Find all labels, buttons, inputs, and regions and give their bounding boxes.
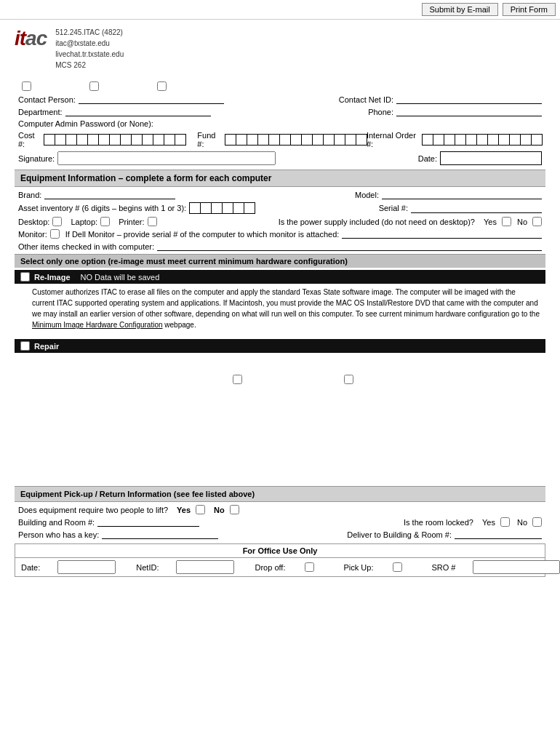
netid-office-input[interactable] (176, 560, 234, 574)
date-input[interactable] (440, 151, 542, 165)
fund-cell-4[interactable] (257, 134, 269, 146)
cost-cell-6[interactable] (98, 134, 110, 146)
cost-cell-12[interactable] (164, 134, 175, 146)
cost-cell-13[interactable] (175, 134, 186, 146)
yes-tp-checkbox[interactable] (196, 505, 205, 514)
brand-input[interactable] (44, 190, 175, 199)
model-input[interactable] (382, 190, 542, 199)
asset-grid[interactable] (189, 202, 255, 214)
cost-cell-8[interactable] (120, 134, 132, 146)
cost-cell-4[interactable] (76, 134, 88, 146)
office-use-section: For Office Use Only Date: NetID: Drop of… (15, 543, 545, 577)
monitor-row: Monitor: If Dell Monitor – provide seria… (15, 229, 545, 239)
dropoff-checkbox[interactable] (305, 562, 314, 572)
internal-grid[interactable] (422, 134, 542, 146)
cost-cell-11[interactable] (153, 134, 164, 146)
int-cell-11[interactable] (531, 134, 543, 146)
serial-input[interactable] (411, 204, 542, 213)
contact-person-input[interactable] (79, 95, 224, 104)
print-form-button[interactable]: Print Form (503, 3, 556, 16)
building-room-label: Building and Room #: (18, 518, 95, 527)
repair-checkbox[interactable] (20, 341, 30, 351)
office-use-header: For Office Use Only (15, 544, 545, 558)
cost-grid[interactable] (44, 134, 185, 146)
contact-netid-input[interactable] (396, 95, 542, 104)
sro-label: SRO # (431, 563, 455, 572)
asset-cell-1[interactable] (189, 202, 201, 214)
asset-cell-5[interactable] (233, 202, 244, 214)
fund-grid[interactable] (225, 134, 367, 146)
webpage-text: webpage. (163, 321, 196, 329)
dell-monitor-label: If Dell Monitor – provide serial # of th… (65, 230, 340, 239)
pickup-checkbox[interactable] (393, 562, 402, 572)
fund-cell-5[interactable] (268, 134, 280, 146)
fund-cell-7[interactable] (290, 134, 302, 146)
cost-cell-3[interactable] (65, 134, 77, 146)
int-cell-9[interactable] (509, 134, 521, 146)
fund-cell-13[interactable] (356, 134, 367, 146)
yes-rl-checkbox[interactable] (500, 517, 510, 527)
submit-email-button[interactable]: Submit by E-mail (422, 3, 498, 16)
fund-cell-2[interactable] (236, 134, 247, 146)
int-cell-4[interactable] (455, 134, 466, 146)
reimage-body: Customer authorizes ITAC to erase all fi… (15, 284, 545, 335)
no-rl-checkbox[interactable] (532, 517, 542, 527)
phone-input[interactable] (396, 107, 542, 116)
asset-cell-4[interactable] (222, 202, 233, 214)
signature-input[interactable] (57, 151, 276, 165)
checkbox-1[interactable] (22, 81, 31, 91)
checkbox-2[interactable] (89, 81, 99, 91)
int-cell-3[interactable] (444, 134, 455, 146)
int-cell-5[interactable] (465, 134, 477, 146)
reimage-label: Re-Image (34, 273, 71, 282)
asset-cell-2[interactable] (200, 202, 212, 214)
int-cell-10[interactable] (520, 134, 532, 146)
int-cell-7[interactable] (487, 134, 499, 146)
reimage-body-text: Customer authorizes ITAC to erase all fi… (32, 288, 540, 318)
sro-input[interactable] (473, 560, 560, 574)
fund-cell-12[interactable] (345, 134, 356, 146)
int-cell-1[interactable] (422, 134, 433, 146)
fund-cell-3[interactable] (247, 134, 258, 146)
top-bar: Submit by E-mail Print Form (0, 0, 560, 20)
fund-cell-11[interactable] (334, 134, 345, 146)
no-ps-checkbox[interactable] (532, 217, 542, 226)
cost-cell-5[interactable] (87, 134, 99, 146)
fund-cell-8[interactable] (301, 134, 313, 146)
desktop-checkbox[interactable] (52, 217, 62, 226)
cost-cell-10[interactable] (142, 134, 153, 146)
yes-ps-checkbox[interactable] (502, 217, 511, 226)
cost-cell-2[interactable] (55, 134, 66, 146)
mid-checkbox-1[interactable] (233, 375, 242, 384)
building-room-input[interactable] (97, 517, 199, 527)
min-hw-link[interactable]: Minimum Image Hardware Configuration (32, 321, 163, 329)
checkbox-item-1 (22, 81, 31, 91)
deliver-to-input[interactable] (455, 530, 542, 539)
asset-cell-6[interactable] (244, 202, 255, 214)
person-key-label: Person who has a key: (18, 530, 99, 539)
laptop-checkbox[interactable] (100, 217, 110, 226)
date-office-input[interactable] (57, 560, 116, 574)
cost-cell-9[interactable] (131, 134, 143, 146)
fund-cell-9[interactable] (312, 134, 324, 146)
fund-cell-1[interactable] (225, 134, 236, 146)
mid-checkbox-2[interactable] (344, 375, 353, 384)
other-items-input[interactable] (157, 242, 542, 251)
monitor-checkbox[interactable] (50, 229, 60, 239)
int-cell-2[interactable] (433, 134, 444, 146)
reimage-checkbox[interactable] (20, 272, 30, 282)
fund-cell-6[interactable] (279, 134, 291, 146)
printer-checkbox[interactable] (148, 217, 157, 226)
dell-monitor-input[interactable] (342, 229, 542, 239)
int-cell-6[interactable] (476, 134, 488, 146)
fund-cell-10[interactable] (323, 134, 335, 146)
department-input[interactable] (65, 107, 211, 116)
signature-label: Signature: (18, 154, 55, 163)
person-key-input[interactable] (102, 530, 218, 539)
cost-cell-7[interactable] (109, 134, 121, 146)
asset-cell-3[interactable] (211, 202, 223, 214)
cost-cell-1[interactable] (44, 134, 55, 146)
no-tp-checkbox[interactable] (230, 505, 239, 514)
checkbox-3[interactable] (157, 81, 167, 91)
int-cell-8[interactable] (498, 134, 510, 146)
